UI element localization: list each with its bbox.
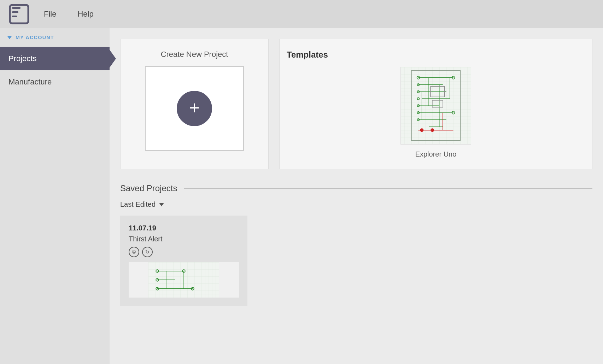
saved-projects-section: Saved Projects Last Edited 11.07.19 Thir… (120, 183, 592, 306)
create-new-project-card[interactable]: Create New Project + (120, 39, 269, 169)
main-content: Create New Project + Templates (110, 28, 603, 364)
sort-label: Last Edited (120, 200, 156, 209)
top-section: Create New Project + Templates (120, 39, 592, 169)
templates-title: Templates (287, 50, 328, 60)
saved-projects-header: Saved Projects (120, 183, 592, 193)
saved-projects-divider (184, 188, 592, 189)
saved-projects-title: Saved Projects (120, 183, 177, 193)
app-header: File Help (0, 0, 603, 28)
project-thumbnail (129, 262, 239, 298)
sidebar-item-label: Manufacture (8, 77, 52, 86)
sa-license-icon: ↻ (142, 247, 153, 257)
nav-file[interactable]: File (44, 8, 56, 20)
svg-rect-2 (12, 11, 18, 13)
project-license-icons: © ↻ (129, 247, 239, 257)
create-box[interactable]: + (145, 66, 244, 151)
template-name: Explorer Uno (415, 150, 457, 158)
app-logo[interactable] (8, 4, 30, 25)
template-preview-explorer-uno[interactable] (400, 67, 471, 145)
nav-help[interactable]: Help (77, 8, 93, 20)
svg-rect-1 (12, 7, 21, 9)
create-card-title: Create New Project (161, 50, 228, 59)
templates-card: Templates (279, 39, 592, 169)
sidebar-item-projects[interactable]: Projects (0, 47, 110, 70)
sidebar: MY ACCOUNT Projects Manufacture (0, 28, 110, 364)
sidebar-item-manufacture[interactable]: Manufacture (0, 70, 110, 94)
account-label: MY ACCOUNT (16, 35, 54, 40)
projects-grid: 11.07.19 Thirst Alert © ↻ (120, 216, 592, 306)
project-name: Thirst Alert (129, 235, 239, 243)
app-body: MY ACCOUNT Projects Manufacture Create N… (0, 28, 603, 364)
main-nav: File Help (44, 8, 94, 20)
sort-control[interactable]: Last Edited (120, 200, 592, 209)
sidebar-item-label: Projects (8, 54, 36, 63)
plus-icon: + (189, 99, 200, 117)
account-section[interactable]: MY ACCOUNT (0, 28, 110, 47)
svg-rect-3 (12, 16, 17, 17)
chevron-down-icon (7, 36, 12, 39)
svg-point-31 (431, 128, 434, 132)
sort-chevron-icon (159, 203, 164, 206)
svg-point-30 (420, 128, 423, 132)
cc-license-icon: © (129, 247, 139, 257)
plus-circle[interactable]: + (177, 91, 212, 126)
project-date: 11.07.19 (129, 224, 239, 232)
project-card[interactable]: 11.07.19 Thirst Alert © ↻ (120, 216, 247, 306)
